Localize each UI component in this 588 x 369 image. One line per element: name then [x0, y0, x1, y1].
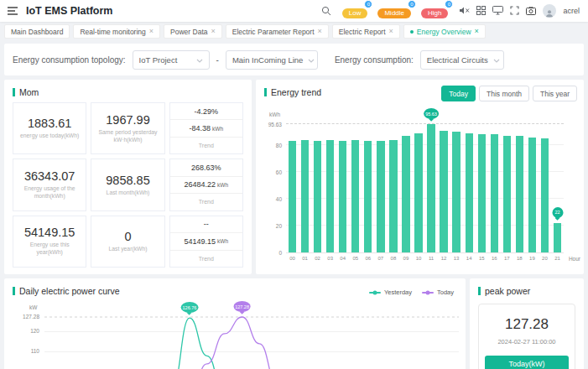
- bar-06: [364, 141, 372, 252]
- bar-column: 95.63: [425, 123, 438, 252]
- tab-label: Electric Report: [339, 28, 386, 36]
- x-tick-label: 14: [463, 256, 476, 261]
- close-icon[interactable]: ×: [389, 28, 393, 35]
- alarm-badge-low[interactable]: Low0: [342, 3, 368, 19]
- incoming-line-select[interactable]: Main InComing Line: [226, 50, 318, 70]
- bar-14: [466, 133, 473, 252]
- tab-electric-parameter-report[interactable]: Electric Parameter Report×: [226, 24, 329, 39]
- trend-range-this-month[interactable]: This month: [479, 86, 529, 101]
- y-tick-label: 0: [278, 250, 282, 256]
- bar-column: [387, 123, 399, 252]
- bar-04: [339, 141, 346, 252]
- y-tick-label: 40: [276, 196, 282, 202]
- header-left: IoT EMS Platform: [7, 5, 112, 17]
- tab-energy-overview[interactable]: Energy Overview×: [403, 24, 486, 39]
- fullscreen-icon[interactable]: [510, 6, 519, 15]
- legend-yesterday[interactable]: Yesterday: [369, 288, 412, 296]
- legend-today[interactable]: Today: [422, 288, 454, 296]
- bar-column: [501, 123, 513, 252]
- peak-power-today-button[interactable]: Today(kW): [485, 356, 569, 369]
- bar-column: [336, 123, 349, 252]
- legend-marker-icon: [369, 292, 381, 294]
- peak-power-panel: peak power 127.28 2024-02-27 11:00:00 To…: [470, 278, 584, 369]
- x-tick-label: 10: [412, 256, 424, 261]
- trend-range-buttons: TodayThis monthThis year: [441, 86, 577, 101]
- apps-icon[interactable]: [476, 6, 486, 15]
- bar-column: [362, 123, 374, 252]
- tab-electric-report[interactable]: Electric Report×: [332, 24, 400, 39]
- trend-percent: -4.29%: [170, 103, 242, 119]
- stat-card: 54149.15Energy use this year(kWh): [13, 216, 86, 268]
- bar-12: [440, 131, 447, 252]
- x-tick-label: 01: [299, 256, 311, 261]
- daily-curve-title-text: Daily electric power curve: [19, 286, 120, 296]
- bar-column: 22: [551, 123, 564, 252]
- close-icon[interactable]: ×: [211, 28, 215, 35]
- bar-marker-pin: 95.63: [424, 108, 439, 119]
- x-tick-label: 11: [425, 256, 438, 261]
- bar-19: [528, 138, 536, 252]
- trend-percent: --: [170, 216, 242, 232]
- mom-card-grid: 1883.61energy use today(kWh)1967.99Same …: [13, 102, 243, 268]
- peak-power-timestamp: 2024-02-27 11:00:00: [479, 338, 575, 346]
- topology-select[interactable]: IoT Project: [133, 50, 210, 70]
- bar-17: [503, 136, 511, 252]
- stat-value: 36343.07: [24, 169, 75, 183]
- close-icon[interactable]: ×: [149, 28, 154, 35]
- close-icon[interactable]: ×: [318, 28, 322, 35]
- curve-yesterday: [49, 318, 452, 369]
- tab-label: Electric Parameter Report: [232, 28, 315, 36]
- tab-label: Power Data: [170, 28, 207, 36]
- bar-21: [554, 223, 561, 252]
- stat-label: energy use today(kWh): [17, 133, 82, 140]
- bar-08: [389, 140, 397, 252]
- bar-column: [349, 123, 362, 252]
- chevron-down-icon: [196, 55, 203, 65]
- tab-main-dashboard[interactable]: Main Dashboard: [4, 24, 70, 39]
- bar-07: [377, 141, 384, 252]
- incoming-line-select-value: Main InComing Line: [232, 55, 304, 65]
- monitor-icon[interactable]: [492, 6, 503, 15]
- trend-range-today[interactable]: Today: [441, 86, 476, 101]
- search-icon[interactable]: [321, 6, 331, 16]
- bar-series: 95.6322: [286, 123, 564, 252]
- bar-column: [324, 123, 336, 252]
- alarm-badge-middle[interactable]: Middle0: [377, 3, 411, 19]
- filter-separator: -: [216, 55, 219, 65]
- x-tick-label: 15: [476, 256, 488, 261]
- screenshot-icon[interactable]: [526, 7, 536, 15]
- trend-range-this-year[interactable]: This year: [533, 86, 577, 101]
- y-max-label: 95.63: [268, 122, 282, 127]
- avatar[interactable]: [543, 4, 556, 18]
- legend-marker-icon: [422, 292, 434, 294]
- tab-real-time-monitoring[interactable]: Real-time monitoring×: [73, 24, 160, 39]
- accent-bar: [478, 287, 481, 295]
- y-tick-label: 80: [276, 143, 282, 148]
- alarm-badge-high[interactable]: High0: [421, 3, 448, 19]
- y-tick-label: 110: [8, 348, 39, 354]
- x-tick-label: 09: [399, 256, 412, 261]
- x-tick-label: 04: [336, 256, 349, 261]
- mute-icon[interactable]: [459, 6, 470, 15]
- peak-power-card: 127.28 2024-02-27 11:00:00 Today(kW): [478, 304, 575, 369]
- trend-amount: -84.38kWh: [170, 119, 242, 136]
- header-right: Low0Middle0High0 acrel: [321, 3, 580, 19]
- x-tick-label: 19: [526, 256, 539, 261]
- y-tick-label: 20: [276, 223, 282, 229]
- trend-card: -4.29%-84.38kWhTrend: [169, 102, 243, 154]
- trend-label: Trend: [170, 193, 242, 210]
- close-icon[interactable]: ×: [475, 28, 479, 35]
- trend-card: --54149.15kWhTrend: [169, 216, 243, 268]
- stat-label: Energy usage of the month(kWh): [15, 185, 84, 200]
- bar-column: [299, 123, 311, 252]
- tab-power-data[interactable]: Power Data×: [164, 24, 222, 39]
- stat-card: 36343.07Energy usage of the month(kWh): [13, 159, 86, 210]
- x-tick-label: 02: [311, 256, 324, 261]
- trend-amount: 54149.15kWh: [170, 232, 242, 249]
- trend-card: 268.63%26484.22kWhTrend: [169, 159, 243, 210]
- consumption-select[interactable]: Electrical Circuits: [420, 50, 504, 70]
- trend-percent: 268.63%: [170, 159, 242, 175]
- alarm-badge-label: Middle: [377, 8, 411, 19]
- menu-icon[interactable]: [7, 6, 18, 16]
- username: acrel: [563, 7, 580, 15]
